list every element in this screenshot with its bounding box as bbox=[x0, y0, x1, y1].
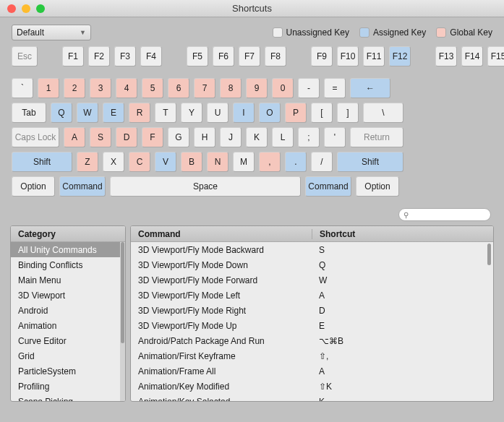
key-[[interactable]: [ bbox=[311, 103, 333, 123]
key-capslock[interactable]: Caps Lock bbox=[12, 127, 59, 147]
key-0[interactable]: 0 bbox=[272, 78, 294, 98]
key-e[interactable]: E bbox=[103, 103, 124, 123]
key-b[interactable]: B bbox=[181, 152, 202, 172]
key-7[interactable]: 7 bbox=[194, 78, 215, 98]
category-scrollbar[interactable] bbox=[120, 242, 125, 401]
key-option-right[interactable]: Option bbox=[356, 176, 399, 197]
key-x[interactable]: X bbox=[103, 152, 124, 172]
key-2[interactable]: 2 bbox=[64, 78, 85, 98]
key-i[interactable]: I bbox=[233, 103, 255, 123]
key-f13[interactable]: F13 bbox=[435, 46, 457, 66]
category-item[interactable]: 3D Viewport bbox=[11, 288, 125, 303]
key-t[interactable]: T bbox=[155, 103, 176, 123]
key-y[interactable]: Y bbox=[181, 103, 202, 123]
key-f10[interactable]: F10 bbox=[337, 46, 359, 66]
key-f3[interactable]: F3 bbox=[114, 46, 136, 66]
key-return[interactable]: Return bbox=[350, 127, 403, 147]
key-f4[interactable]: F4 bbox=[140, 46, 162, 66]
key-f11[interactable]: F11 bbox=[363, 46, 385, 66]
key-shift-left[interactable]: Shift bbox=[12, 152, 72, 172]
key-v[interactable]: V bbox=[155, 152, 176, 172]
key-j[interactable]: J bbox=[220, 127, 242, 147]
key-4[interactable]: 4 bbox=[116, 78, 137, 98]
key-f12[interactable]: F12 bbox=[389, 46, 411, 66]
category-item[interactable]: Curve Editor bbox=[11, 333, 125, 348]
key-`[interactable]: ` bbox=[12, 78, 33, 98]
command-row[interactable]: Android/Patch Package And Run⌥⌘B bbox=[131, 333, 493, 348]
command-row[interactable]: 3D Viewport/Fly Mode UpE bbox=[131, 318, 493, 333]
key-5[interactable]: 5 bbox=[142, 78, 163, 98]
key-,[interactable]: , bbox=[259, 152, 281, 172]
key-option-left[interactable]: Option bbox=[12, 176, 55, 197]
command-row[interactable]: 3D Viewport/Fly Mode LeftA bbox=[131, 288, 493, 303]
key-f9[interactable]: F9 bbox=[311, 46, 333, 66]
key-f15[interactable]: F15 bbox=[487, 46, 504, 66]
profile-dropdown[interactable]: Default ▼ bbox=[12, 25, 91, 40]
key-=[interactable]: = bbox=[324, 78, 346, 98]
category-item[interactable]: Binding Conflicts bbox=[11, 257, 125, 272]
command-row[interactable]: Animation/First Keyframe⇧, bbox=[131, 348, 493, 363]
command-row[interactable]: Animation/Key SelectedK bbox=[131, 394, 493, 401]
key-k[interactable]: K bbox=[246, 127, 268, 147]
category-item[interactable]: Scene Picking bbox=[11, 394, 125, 401]
category-item[interactable]: Profiling bbox=[11, 379, 125, 394]
key-backspace[interactable]: ← bbox=[350, 78, 390, 98]
category-item[interactable]: All Unity Commands bbox=[11, 242, 125, 257]
command-row[interactable]: 3D Viewport/Fly Mode ForwardW bbox=[131, 272, 493, 288]
key--[interactable]: - bbox=[298, 78, 320, 98]
key-esc[interactable]: Esc bbox=[12, 46, 38, 66]
key-u[interactable]: U bbox=[207, 103, 228, 123]
key-][interactable]: ] bbox=[337, 103, 359, 123]
key-g[interactable]: G bbox=[168, 127, 189, 147]
key-9[interactable]: 9 bbox=[246, 78, 268, 98]
key-f5[interactable]: F5 bbox=[187, 46, 208, 66]
key-'[interactable]: ' bbox=[324, 127, 346, 147]
command-row[interactable]: 3D Viewport/Fly Mode RightD bbox=[131, 303, 493, 318]
key-space[interactable]: Space bbox=[110, 176, 301, 197]
command-scrollbar[interactable] bbox=[487, 244, 492, 400]
category-item[interactable]: Animation bbox=[11, 318, 125, 333]
key-c[interactable]: C bbox=[129, 152, 150, 172]
key-h[interactable]: H bbox=[194, 127, 215, 147]
category-item[interactable]: Grid bbox=[11, 348, 125, 363]
key-.[interactable]: . bbox=[285, 152, 307, 172]
key-shift-right[interactable]: Shift bbox=[337, 152, 403, 172]
key-m[interactable]: M bbox=[233, 152, 255, 172]
category-item[interactable]: Android bbox=[11, 303, 125, 318]
key-1[interactable]: 1 bbox=[38, 78, 59, 98]
key-command-left[interactable]: Command bbox=[59, 176, 106, 197]
key-;[interactable]: ; bbox=[298, 127, 320, 147]
key-f7[interactable]: F7 bbox=[239, 46, 260, 66]
key-f14[interactable]: F14 bbox=[461, 46, 483, 66]
key-command-right[interactable]: Command bbox=[305, 176, 351, 197]
key-f8[interactable]: F8 bbox=[265, 46, 286, 66]
key-r[interactable]: R bbox=[129, 103, 150, 123]
key-/[interactable]: / bbox=[311, 152, 333, 172]
key-w[interactable]: W bbox=[77, 103, 98, 123]
key-tab[interactable]: Tab bbox=[12, 103, 46, 123]
key-z[interactable]: Z bbox=[77, 152, 98, 172]
key-l[interactable]: L bbox=[272, 127, 294, 147]
key-d[interactable]: D bbox=[116, 127, 137, 147]
command-row[interactable]: Animation/Key Modified⇧K bbox=[131, 379, 493, 394]
key-a[interactable]: A bbox=[64, 127, 85, 147]
command-scroll-thumb[interactable] bbox=[487, 244, 491, 265]
key-f2[interactable]: F2 bbox=[88, 46, 110, 66]
category-item[interactable]: ParticleSystem bbox=[11, 363, 125, 379]
key-backslash[interactable]: \ bbox=[363, 103, 403, 123]
category-item[interactable]: Main Menu bbox=[11, 272, 125, 288]
category-scroll-thumb[interactable] bbox=[121, 242, 124, 343]
key-f[interactable]: F bbox=[142, 127, 163, 147]
key-6[interactable]: 6 bbox=[168, 78, 189, 98]
key-p[interactable]: P bbox=[285, 103, 307, 123]
key-s[interactable]: S bbox=[90, 127, 111, 147]
key-3[interactable]: 3 bbox=[90, 78, 111, 98]
key-8[interactable]: 8 bbox=[220, 78, 242, 98]
command-row[interactable]: Animation/Frame AllA bbox=[131, 363, 493, 379]
key-q[interactable]: Q bbox=[51, 103, 72, 123]
key-o[interactable]: O bbox=[259, 103, 281, 123]
key-f6[interactable]: F6 bbox=[213, 46, 234, 66]
command-row[interactable]: 3D Viewport/Fly Mode DownQ bbox=[131, 257, 493, 272]
key-f1[interactable]: F1 bbox=[62, 46, 84, 66]
key-n[interactable]: N bbox=[207, 152, 228, 172]
